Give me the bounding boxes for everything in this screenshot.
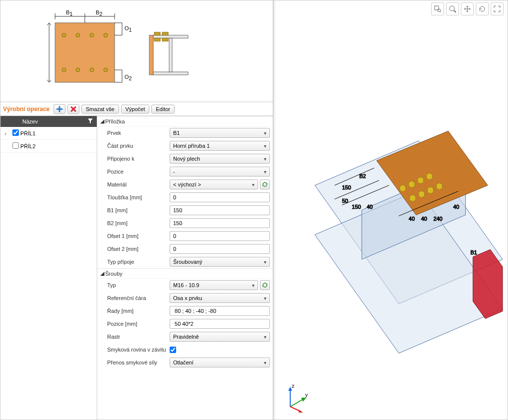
material-picker[interactable] [260, 180, 270, 189]
x-icon [70, 106, 77, 113]
svg-rect-27 [154, 38, 160, 41]
ofset1-input[interactable] [170, 231, 270, 241]
add-operation-button[interactable] [54, 104, 65, 114]
b1-scene-label: B1 [470, 249, 477, 255]
operations-title: Výrobní operace [3, 106, 50, 113]
svg-point-2 [76, 33, 80, 37]
svg-line-61 [290, 399, 304, 407]
operation-row[interactable]: PŘÍL2 [0, 140, 97, 153]
b1-input[interactable] [170, 205, 270, 215]
svg-rect-25 [154, 32, 160, 35]
svg-rect-26 [162, 32, 168, 35]
svg-text:z: z [292, 383, 295, 389]
bolt-picker[interactable] [260, 280, 270, 290]
svg-text:y: y [305, 392, 308, 398]
cast-combo[interactable]: Horní příruba 1 [170, 141, 270, 151]
filter-icon[interactable] [86, 118, 95, 125]
row-name: PŘÍL2 [20, 143, 36, 149]
pozice-combo[interactable]: - [170, 167, 270, 177]
row-checkbox[interactable] [12, 129, 19, 136]
pripojeno-combo[interactable]: Nový plech [170, 154, 270, 164]
compute-button[interactable]: Výpočet [121, 105, 150, 114]
diagram-area: B1 B2 O1 O2 [0, 0, 273, 102]
section-srouby[interactable]: ◢Šrouby [97, 269, 273, 279]
rastr-combo[interactable]: Pravidelně [170, 332, 270, 342]
svg-rect-0 [55, 23, 115, 82]
svg-text:40: 40 [367, 204, 373, 210]
svg-marker-41 [418, 177, 424, 184]
svg-rect-23 [153, 72, 188, 75]
3d-scene[interactable]: B2 150 50 150 40 40 40 240 40 B1 z [275, 0, 508, 420]
svg-text:40: 40 [453, 204, 459, 210]
row-name: PŘÍL1 [20, 130, 36, 136]
svg-text:40: 40 [409, 216, 415, 222]
operation-row[interactable]: › PŘÍL1 [0, 127, 97, 140]
section-prilozka[interactable]: ◢Příložka [97, 117, 273, 126]
svg-point-3 [90, 33, 94, 37]
o2-label: O2 [125, 74, 132, 81]
svg-marker-39 [400, 185, 406, 192]
b2-label: B2 [96, 9, 102, 17]
properties-panel: ◢Příložka PrvekB1 Část prvkuHorní přírub… [97, 116, 273, 420]
material-combo[interactable]: < výchozí > [170, 180, 258, 189]
ref-line-combo[interactable]: Osa x prvku [170, 293, 270, 303]
refresh-icon [262, 181, 268, 187]
plate-diagram: B1 B2 O1 O2 [25, 5, 209, 95]
smyk-checkbox[interactable] [170, 347, 176, 353]
delete-all-button[interactable]: Smazat vše [81, 105, 119, 114]
operations-toolbar: Výrobní operace Smazat vše Výpočet Edito… [0, 102, 273, 116]
svg-marker-46 [437, 183, 443, 190]
svg-marker-42 [427, 173, 433, 180]
axis-triad: z y x [280, 383, 310, 413]
row-marker: › [0, 130, 10, 136]
svg-rect-28 [162, 38, 168, 41]
tloustka-input[interactable] [170, 192, 270, 202]
svg-point-7 [90, 68, 94, 72]
svg-rect-24 [169, 38, 172, 72]
rady-input[interactable] [170, 306, 270, 316]
prenos-combo[interactable]: Otlačení [170, 358, 270, 367]
svg-point-5 [62, 68, 66, 72]
svg-point-4 [104, 33, 108, 37]
svg-text:x: x [302, 411, 305, 413]
b1-label: B1 [66, 9, 72, 17]
operations-list: Název › PŘÍL1 PŘÍL2 [0, 116, 97, 420]
list-header: Název [0, 116, 97, 127]
svg-point-1 [62, 33, 66, 37]
svg-marker-45 [428, 187, 434, 194]
svg-marker-40 [409, 181, 415, 188]
svg-rect-21 [149, 35, 153, 75]
svg-marker-43 [410, 195, 416, 202]
name-column: Název [22, 119, 38, 124]
o1-label: O1 [125, 25, 132, 33]
svg-marker-44 [419, 191, 425, 198]
typ-pripoje-combo[interactable]: Šroubovaný [170, 257, 270, 267]
plus-icon [56, 106, 63, 113]
row-checkbox[interactable] [12, 142, 19, 149]
svg-point-8 [104, 68, 108, 72]
b2-input[interactable] [170, 218, 270, 228]
ofset2-input[interactable] [170, 244, 270, 254]
refresh-icon [262, 282, 268, 288]
delete-operation-button[interactable] [67, 104, 79, 114]
svg-rect-22 [153, 35, 188, 38]
editor-button[interactable]: Editor [151, 105, 175, 114]
svg-point-6 [76, 68, 80, 72]
svg-text:150: 150 [342, 184, 351, 190]
svg-text:40: 40 [421, 216, 427, 222]
pozice-input[interactable] [170, 319, 270, 329]
bolt-type-combo[interactable]: M16 - 10.9 [170, 280, 258, 290]
svg-text:240: 240 [434, 216, 443, 222]
svg-text:150: 150 [352, 204, 361, 210]
prvek-combo[interactable]: B1 [170, 128, 270, 138]
